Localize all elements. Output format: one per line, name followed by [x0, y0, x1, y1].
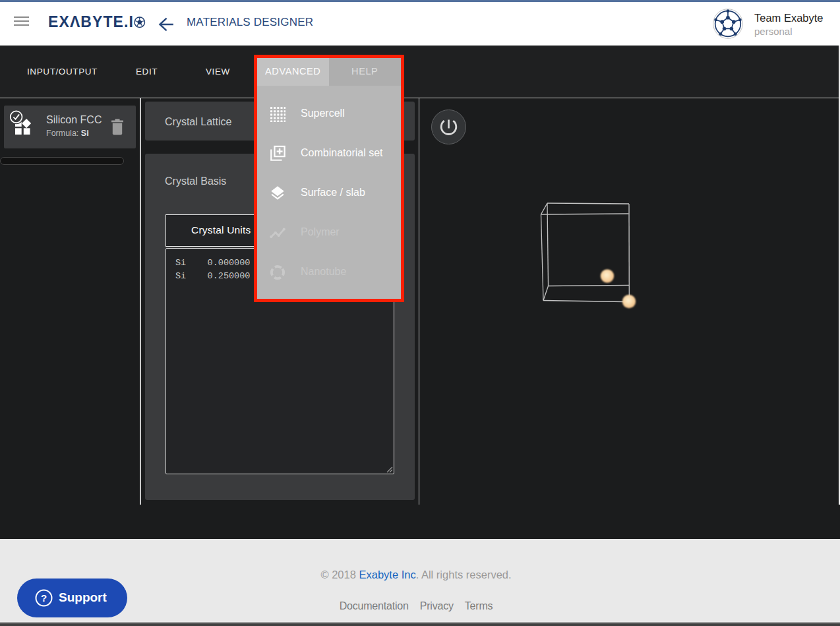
svg-text:?: ?	[41, 592, 47, 604]
